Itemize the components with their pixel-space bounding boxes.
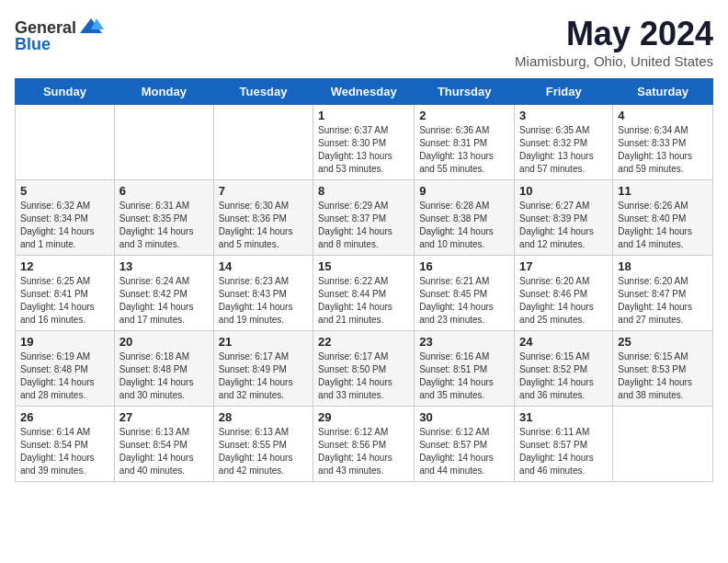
day-number: 18 — [618, 259, 708, 273]
day-header-tuesday: Tuesday — [213, 79, 313, 105]
calendar-cell: 21Sunrise: 6:17 AM Sunset: 8:49 PM Dayli… — [213, 331, 313, 407]
day-number: 27 — [119, 410, 209, 424]
calendar-cell: 2Sunrise: 6:36 AM Sunset: 8:31 PM Daylig… — [415, 105, 515, 180]
day-number: 3 — [519, 109, 608, 122]
calendar-cell: 23Sunrise: 6:16 AM Sunset: 8:51 PM Dayli… — [415, 331, 515, 407]
day-number: 25 — [618, 335, 708, 349]
calendar-table: SundayMondayTuesdayWednesdayThursdayFrid… — [15, 78, 713, 482]
day-number: 9 — [419, 184, 509, 198]
day-number: 14 — [219, 259, 308, 273]
day-info: Sunrise: 6:11 AM Sunset: 8:57 PM Dayligh… — [519, 426, 608, 477]
calendar-cell: 5Sunrise: 6:32 AM Sunset: 8:34 PM Daylig… — [16, 180, 115, 256]
day-number: 11 — [618, 184, 708, 198]
main-title: May 2024 — [515, 15, 713, 53]
day-number: 17 — [519, 259, 608, 273]
calendar-cell: 4Sunrise: 6:34 AM Sunset: 8:33 PM Daylig… — [613, 105, 713, 180]
day-number: 6 — [119, 184, 209, 198]
day-number: 16 — [419, 259, 509, 273]
day-number: 30 — [419, 410, 509, 424]
calendar-cell: 9Sunrise: 6:28 AM Sunset: 8:38 PM Daylig… — [415, 180, 515, 256]
day-number: 19 — [20, 335, 109, 349]
title-block: May 2024 Miamisburg, Ohio, United States — [515, 15, 713, 69]
subtitle: Miamisburg, Ohio, United States — [515, 53, 713, 69]
calendar-cell: 24Sunrise: 6:15 AM Sunset: 8:52 PM Dayli… — [515, 331, 613, 407]
day-number: 26 — [20, 410, 109, 424]
calendar-cell: 19Sunrise: 6:19 AM Sunset: 8:48 PM Dayli… — [16, 331, 115, 407]
day-info: Sunrise: 6:31 AM Sunset: 8:35 PM Dayligh… — [119, 200, 209, 251]
day-info: Sunrise: 6:20 AM Sunset: 8:46 PM Dayligh… — [519, 275, 608, 327]
day-header-thursday: Thursday — [415, 79, 515, 105]
logo-blue: Blue — [15, 35, 51, 54]
day-number: 20 — [119, 335, 209, 349]
calendar-cell: 16Sunrise: 6:21 AM Sunset: 8:45 PM Dayli… — [415, 256, 515, 331]
calendar-cell — [213, 105, 313, 180]
calendar-cell — [613, 407, 713, 482]
day-info: Sunrise: 6:13 AM Sunset: 8:54 PM Dayligh… — [119, 426, 209, 477]
day-info: Sunrise: 6:21 AM Sunset: 8:45 PM Dayligh… — [419, 275, 509, 327]
day-info: Sunrise: 6:12 AM Sunset: 8:57 PM Dayligh… — [419, 426, 509, 477]
day-info: Sunrise: 6:20 AM Sunset: 8:47 PM Dayligh… — [618, 275, 708, 327]
day-info: Sunrise: 6:14 AM Sunset: 8:54 PM Dayligh… — [20, 426, 109, 477]
day-number: 15 — [318, 259, 409, 273]
day-info: Sunrise: 6:26 AM Sunset: 8:40 PM Dayligh… — [618, 200, 708, 251]
calendar-cell: 14Sunrise: 6:23 AM Sunset: 8:43 PM Dayli… — [213, 256, 313, 331]
day-info: Sunrise: 6:19 AM Sunset: 8:48 PM Dayligh… — [20, 350, 109, 402]
week-row-5: 26Sunrise: 6:14 AM Sunset: 8:54 PM Dayli… — [16, 407, 713, 482]
day-number: 31 — [519, 410, 608, 424]
days-of-week-row: SundayMondayTuesdayWednesdayThursdayFrid… — [16, 79, 713, 105]
day-info: Sunrise: 6:29 AM Sunset: 8:37 PM Dayligh… — [318, 200, 409, 251]
day-number: 4 — [618, 109, 708, 122]
day-info: Sunrise: 6:36 AM Sunset: 8:31 PM Dayligh… — [419, 124, 509, 176]
day-number: 12 — [20, 259, 109, 273]
calendar-cell: 18Sunrise: 6:20 AM Sunset: 8:47 PM Dayli… — [613, 256, 713, 331]
day-header-monday: Monday — [114, 79, 213, 105]
calendar-cell: 10Sunrise: 6:27 AM Sunset: 8:39 PM Dayli… — [515, 180, 613, 256]
page-header: General Blue May 2024 Miamisburg, Ohio, … — [15, 15, 713, 69]
day-info: Sunrise: 6:17 AM Sunset: 8:50 PM Dayligh… — [318, 350, 409, 402]
day-info: Sunrise: 6:15 AM Sunset: 8:53 PM Dayligh… — [618, 350, 708, 402]
week-row-4: 19Sunrise: 6:19 AM Sunset: 8:48 PM Dayli… — [16, 331, 713, 407]
calendar-cell: 11Sunrise: 6:26 AM Sunset: 8:40 PM Dayli… — [613, 180, 713, 256]
day-info: Sunrise: 6:15 AM Sunset: 8:52 PM Dayligh… — [519, 350, 608, 402]
day-info: Sunrise: 6:27 AM Sunset: 8:39 PM Dayligh… — [519, 200, 608, 251]
day-info: Sunrise: 6:12 AM Sunset: 8:56 PM Dayligh… — [318, 426, 409, 477]
day-number: 28 — [219, 410, 308, 424]
day-number: 23 — [419, 335, 509, 349]
calendar-cell: 6Sunrise: 6:31 AM Sunset: 8:35 PM Daylig… — [114, 180, 213, 256]
day-number: 24 — [519, 335, 608, 349]
day-header-saturday: Saturday — [613, 79, 713, 105]
day-info: Sunrise: 6:25 AM Sunset: 8:41 PM Dayligh… — [20, 275, 109, 327]
day-number: 10 — [519, 184, 608, 198]
day-number: 21 — [219, 335, 308, 349]
calendar-cell: 26Sunrise: 6:14 AM Sunset: 8:54 PM Dayli… — [16, 407, 115, 482]
calendar-cell: 1Sunrise: 6:37 AM Sunset: 8:30 PM Daylig… — [313, 105, 415, 180]
day-info: Sunrise: 6:37 AM Sunset: 8:30 PM Dayligh… — [318, 124, 409, 176]
calendar-cell: 22Sunrise: 6:17 AM Sunset: 8:50 PM Dayli… — [313, 331, 415, 407]
day-info: Sunrise: 6:34 AM Sunset: 8:33 PM Dayligh… — [618, 124, 708, 176]
calendar-cell: 31Sunrise: 6:11 AM Sunset: 8:57 PM Dayli… — [515, 407, 613, 482]
calendar-cell: 20Sunrise: 6:18 AM Sunset: 8:48 PM Dayli… — [114, 331, 213, 407]
calendar-cell: 12Sunrise: 6:25 AM Sunset: 8:41 PM Dayli… — [16, 256, 115, 331]
calendar-cell: 28Sunrise: 6:13 AM Sunset: 8:55 PM Dayli… — [213, 407, 313, 482]
calendar-cell: 25Sunrise: 6:15 AM Sunset: 8:53 PM Dayli… — [613, 331, 713, 407]
calendar-cell: 17Sunrise: 6:20 AM Sunset: 8:46 PM Dayli… — [515, 256, 613, 331]
day-header-friday: Friday — [515, 79, 613, 105]
day-number: 5 — [20, 184, 109, 198]
day-info: Sunrise: 6:24 AM Sunset: 8:42 PM Dayligh… — [119, 275, 209, 327]
day-number: 1 — [318, 109, 409, 122]
logo: General Blue — [15, 15, 104, 54]
day-number: 22 — [318, 335, 409, 349]
day-number: 2 — [419, 109, 509, 122]
day-info: Sunrise: 6:30 AM Sunset: 8:36 PM Dayligh… — [219, 200, 308, 251]
week-row-1: 1Sunrise: 6:37 AM Sunset: 8:30 PM Daylig… — [16, 105, 713, 180]
calendar-cell: 8Sunrise: 6:29 AM Sunset: 8:37 PM Daylig… — [313, 180, 415, 256]
day-info: Sunrise: 6:13 AM Sunset: 8:55 PM Dayligh… — [219, 426, 308, 477]
calendar-cell: 27Sunrise: 6:13 AM Sunset: 8:54 PM Dayli… — [114, 407, 213, 482]
logo-icon — [78, 15, 104, 40]
calendar-cell: 7Sunrise: 6:30 AM Sunset: 8:36 PM Daylig… — [213, 180, 313, 256]
day-number: 29 — [318, 410, 409, 424]
calendar-cell: 29Sunrise: 6:12 AM Sunset: 8:56 PM Dayli… — [313, 407, 415, 482]
calendar-cell: 30Sunrise: 6:12 AM Sunset: 8:57 PM Dayli… — [415, 407, 515, 482]
day-info: Sunrise: 6:32 AM Sunset: 8:34 PM Dayligh… — [20, 200, 109, 251]
calendar-cell — [16, 105, 115, 180]
